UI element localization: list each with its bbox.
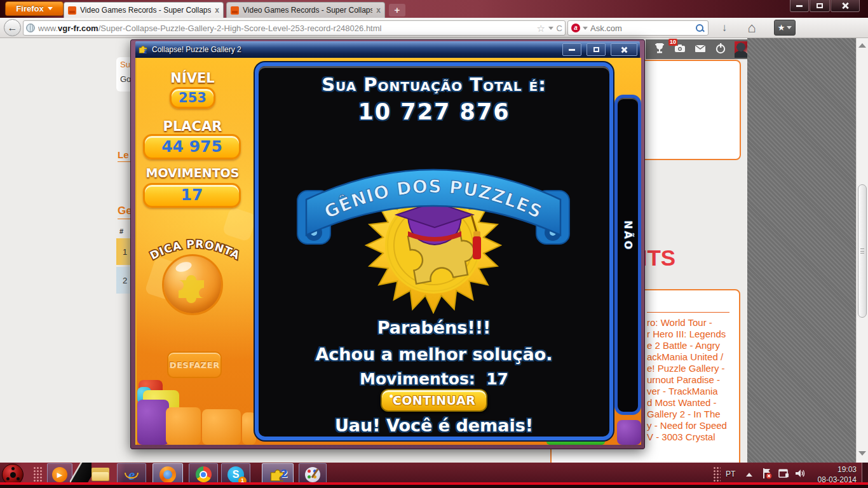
volume-icon[interactable] bbox=[794, 468, 806, 479]
svg-text:2: 2 bbox=[144, 49, 147, 55]
game-link[interactable]: urnout Paradise - bbox=[647, 374, 720, 385]
show-hidden-icons-button[interactable] bbox=[746, 473, 752, 477]
window-close-button[interactable] bbox=[831, 0, 860, 12]
installer-icon[interactable] bbox=[778, 468, 789, 479]
start-orb-pattern bbox=[10, 472, 16, 478]
action-center-flag-icon[interactable] bbox=[761, 468, 773, 479]
search-input[interactable] bbox=[590, 24, 693, 33]
game-block-purple[interactable] bbox=[617, 420, 641, 445]
mail-icon[interactable] bbox=[694, 42, 707, 57]
game-block-purple[interactable] bbox=[137, 400, 169, 445]
tab-close-icon[interactable]: x bbox=[215, 6, 219, 14]
maximize-icon bbox=[817, 3, 823, 8]
window-minimize-button[interactable] bbox=[790, 0, 809, 12]
screen: Firefox Video Games Records - Super Coll… bbox=[0, 0, 868, 488]
reload-icon[interactable]: C bbox=[557, 24, 562, 33]
trophy-badge: 10 bbox=[668, 39, 677, 46]
url-bar[interactable]: www.vgr-fr.com/Super-Collapse-Puzzle-Gal… bbox=[23, 20, 566, 36]
game-minimize-button[interactable] bbox=[562, 43, 581, 56]
section-heading-fragment: Le bbox=[118, 149, 132, 162]
table-column-header: # bbox=[119, 227, 123, 235]
game-link[interactable]: e 2 Battle - Angry bbox=[647, 340, 720, 351]
tab-1[interactable]: Video Games Records - Super Collaps... x bbox=[64, 2, 224, 18]
game-link[interactable]: ackMania United / bbox=[647, 351, 723, 362]
game-block-orange[interactable] bbox=[166, 407, 201, 445]
bookmark-star-icon[interactable]: ☆ bbox=[537, 24, 545, 32]
scrollbar-grip bbox=[860, 248, 864, 254]
tab-close-icon[interactable]: x bbox=[376, 6, 381, 14]
close-icon bbox=[841, 2, 849, 10]
score-dialog: Sua Pontuação Total é: 10 727 876 bbox=[255, 62, 613, 440]
game-maximize-button[interactable] bbox=[587, 43, 606, 56]
game-close-button[interactable] bbox=[611, 43, 637, 56]
game-window: 2 Collapse! Puzzle Gallery 2 NÍVEL 253 P… bbox=[130, 39, 645, 449]
chevron-down-icon[interactable] bbox=[583, 27, 588, 30]
scroll-down-arrow[interactable] bbox=[858, 451, 866, 456]
hint-ball-button[interactable] bbox=[162, 254, 223, 315]
tab-title: Video Games Records - Super Collaps... bbox=[80, 6, 211, 15]
game-link[interactable]: ver - TrackMania bbox=[647, 386, 718, 396]
taskbar: ▶ e S 1 2 PT bbox=[0, 463, 868, 488]
congrats-text: Parabéns!!! bbox=[259, 318, 609, 337]
firefox-menu-label: Firefox bbox=[16, 4, 43, 13]
page-striped-background bbox=[747, 38, 856, 463]
game-link[interactable]: y - Need for Speed bbox=[647, 420, 727, 431]
search-icon[interactable] bbox=[695, 24, 705, 33]
folder-icon bbox=[92, 468, 109, 481]
bookmarks-menu-button[interactable]: ★ bbox=[774, 20, 796, 36]
wow-text: Uau! Você é demais! bbox=[259, 416, 609, 435]
level-label: NÍVEL bbox=[137, 71, 248, 86]
game-block-orange[interactable] bbox=[242, 412, 256, 445]
back-button[interactable]: ← bbox=[4, 19, 21, 36]
firefox-menu-button[interactable]: Firefox bbox=[5, 1, 64, 16]
scrollbar-thumb[interactable] bbox=[858, 184, 867, 318]
no-button[interactable]: NÃO bbox=[614, 95, 641, 415]
moves-text: Movimentos: 17 bbox=[259, 370, 609, 388]
firefox-icon bbox=[159, 466, 176, 483]
sparkle-icon bbox=[390, 395, 393, 398]
taskbar-bottom-edge bbox=[0, 485, 868, 488]
taskbar-grip bbox=[33, 466, 43, 483]
game-link[interactable]: r Hero III: Legends bbox=[647, 329, 726, 339]
window-icon: 2 bbox=[138, 44, 148, 55]
moves-label: MOVIMENTOS bbox=[137, 166, 248, 180]
globe-icon bbox=[26, 24, 35, 32]
score-value: 44 975 bbox=[143, 134, 241, 159]
skype-icon: S 1 bbox=[227, 466, 244, 483]
minimize-icon bbox=[569, 49, 575, 51]
game-client-area: NÍVEL 253 PLACAR 44 975 MOVIMENTOS 17 DI… bbox=[135, 58, 641, 445]
game-link[interactable]: ro: World Tour - bbox=[647, 317, 712, 328]
score-label: PLACAR bbox=[137, 119, 248, 134]
close-icon bbox=[621, 46, 628, 53]
navigation-toolbar: ← www.vgr-fr.com/Super-Collapse-Puzzle-G… bbox=[0, 18, 868, 38]
game-link[interactable]: Gallery 2 - In The bbox=[647, 409, 721, 419]
game-link[interactable]: V - 3003 Crystal bbox=[647, 431, 715, 442]
game-link[interactable]: d Most Wanted - bbox=[647, 397, 716, 408]
home-icon[interactable]: ⌂ bbox=[742, 20, 761, 36]
game-block-orange[interactable] bbox=[202, 409, 241, 445]
best-solution-text: Achou a melhor solução. bbox=[259, 344, 609, 364]
url-text: www.vgr-fr.com/Super-Collapse-Puzzle-Gal… bbox=[38, 24, 534, 33]
search-box[interactable]: a bbox=[567, 20, 709, 36]
window-maximize-button[interactable] bbox=[810, 0, 830, 12]
browser-scrollbar[interactable] bbox=[856, 38, 868, 463]
downloads-icon[interactable]: ↓ bbox=[717, 22, 732, 34]
star-icon: ★ bbox=[778, 23, 785, 32]
game-window-title: Collapse! Puzzle Gallery 2 bbox=[152, 45, 557, 54]
chevron-down-icon bbox=[48, 7, 53, 10]
language-indicator[interactable]: PT bbox=[726, 470, 735, 478]
new-tab-button[interactable]: + bbox=[389, 4, 405, 17]
chrome-icon bbox=[196, 466, 212, 482]
scroll-up-arrow[interactable] bbox=[858, 43, 866, 48]
game-link[interactable]: e! Puzzle Gallery - bbox=[647, 363, 725, 374]
power-icon[interactable] bbox=[714, 42, 727, 57]
trophy-icon[interactable]: 10 bbox=[653, 42, 666, 57]
media-player-icon: ▶ bbox=[52, 467, 67, 482]
chevron-down-icon[interactable] bbox=[548, 27, 553, 30]
game-title-bar[interactable]: 2 Collapse! Puzzle Gallery 2 bbox=[135, 41, 640, 58]
continue-button[interactable]: CONTINUAR bbox=[381, 389, 487, 412]
avatar[interactable] bbox=[735, 41, 747, 58]
undo-button[interactable]: DESFAZER bbox=[167, 351, 222, 378]
tab-2[interactable]: Video Games Records - Super Collaps... x bbox=[226, 2, 385, 18]
no-button-label: NÃO bbox=[622, 220, 634, 251]
